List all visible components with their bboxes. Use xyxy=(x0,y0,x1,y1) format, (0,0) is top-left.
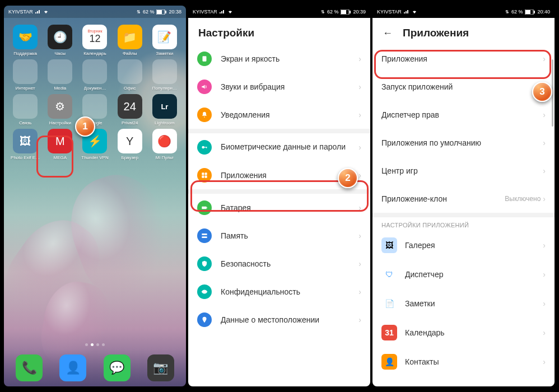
app-glyph[interactable]: 24 xyxy=(118,94,142,119)
dot-active xyxy=(91,343,94,346)
setting-row-bell[interactable]: Уведомления› xyxy=(188,101,370,129)
app-icon-Поддержка[interactable]: 🤝Поддержка xyxy=(8,25,42,56)
row-label: Безопасность xyxy=(221,259,358,268)
app-glyph[interactable] xyxy=(118,59,142,84)
settings-list[interactable]: Экран и яркость›Звуки и вибрация›Уведомл… xyxy=(188,45,370,386)
chevron-right-icon: › xyxy=(358,143,361,152)
app-icon-Media[interactable]: Media xyxy=(43,59,77,91)
app-glyph[interactable]: Y xyxy=(118,129,142,153)
clock: 20:39 xyxy=(353,9,366,15)
clock: 20:40 xyxy=(537,9,550,15)
app-setting-row[interactable]: Диспетчер прав› xyxy=(372,101,555,129)
setting-row-key[interactable]: Биометрические данные и пароли› xyxy=(188,133,370,161)
app-icon-Офис[interactable]: Офис xyxy=(113,59,147,91)
app-row[interactable]: 31Календарь› xyxy=(372,318,555,347)
row-label: Биометрические данные и пароли xyxy=(221,142,358,152)
row-label: Данные о местоположении xyxy=(221,315,358,324)
eye-icon xyxy=(197,284,212,299)
app-icon-Докумен…[interactable]: Докумен… xyxy=(78,59,111,91)
setting-row-shield[interactable]: Безопасность› xyxy=(188,250,370,278)
app-glyph[interactable]: 🔴 xyxy=(152,129,177,153)
app-label: Популярн… xyxy=(152,86,177,91)
apps-list[interactable]: Приложения›Запуск приложений›Диспетчер п… xyxy=(372,45,555,386)
display-icon xyxy=(197,52,212,66)
app-glyph[interactable]: 📁 xyxy=(118,25,142,49)
app-setting-row[interactable]: Приложения по умолчанию› xyxy=(372,129,555,157)
app-glyph[interactable] xyxy=(13,59,38,84)
chevron-right-icon: › xyxy=(543,328,546,337)
setting-row-display[interactable]: Экран и яркость› xyxy=(188,45,370,73)
app-row[interactable]: 👤Контакты› xyxy=(372,347,555,376)
app-glyph[interactable]: Вторник12 xyxy=(82,25,107,49)
row-label: Центр игр xyxy=(381,166,543,175)
app-label: Настройки xyxy=(49,120,71,125)
app-glyph[interactable]: 🤝 xyxy=(13,25,38,49)
app-row[interactable]: 📄Заметки› xyxy=(372,289,555,318)
chevron-right-icon: › xyxy=(358,287,361,296)
app-glyph[interactable] xyxy=(82,59,107,84)
app-label: Поддержка xyxy=(13,51,37,56)
svg-rect-11 xyxy=(205,172,207,175)
app-icon-Privat24[interactable]: 24Privat24 xyxy=(113,94,147,125)
row-label: Диспетчер xyxy=(405,270,543,279)
app-icon-Популярн…[interactable]: Популярн… xyxy=(148,59,181,91)
row-label: Память xyxy=(221,231,358,240)
nfc-icon: ⇅ xyxy=(505,10,509,15)
app-glyph[interactable]: 🖼 xyxy=(13,129,38,153)
storage-icon xyxy=(197,228,212,243)
app-label: Часы xyxy=(55,51,66,56)
app-setting-row[interactable]: Приложение-клонВыключено› xyxy=(372,185,555,213)
location-icon xyxy=(197,312,212,327)
svg-rect-6 xyxy=(203,56,207,61)
app-row[interactable]: 🛡Диспетчер› xyxy=(372,260,555,289)
messages-app[interactable]: 💬 xyxy=(104,354,131,381)
setting-row-storage[interactable]: Память› xyxy=(188,222,370,250)
app-glyph[interactable]: ⚙ xyxy=(48,94,72,119)
status-bar: KYIVSTAR ⇅62 %20:39 xyxy=(188,6,370,18)
app-icon-Связь[interactable]: Связь xyxy=(8,94,42,125)
svg-rect-5 xyxy=(350,11,351,13)
app-glyph[interactable]: 🕘 xyxy=(48,25,72,49)
contacts-app[interactable]: 👤 xyxy=(59,354,86,381)
app-label: Privat24 xyxy=(122,120,138,125)
app-icon-Заметки[interactable]: 📝Заметки xyxy=(148,25,181,56)
app-label: Media xyxy=(54,86,66,91)
app-glyph[interactable] xyxy=(152,59,177,84)
phone-screenshot-1: KYIVSTAR ⇅62 %20:38 🤝Поддержка🕘ЧасыВторн… xyxy=(4,6,186,386)
camera-app[interactable]: 📷 xyxy=(147,354,174,381)
status-bar: KYIVSTAR ⇅62 %20:40 xyxy=(372,6,555,18)
svg-rect-10 xyxy=(202,172,204,175)
home-grid: 🤝Поддержка🕘ЧасыВторник12Календарь📁Файлы📝… xyxy=(4,18,186,160)
app-glyph[interactable]: 📝 xyxy=(152,25,177,49)
setting-row-sound[interactable]: Звуки и вибрация› xyxy=(188,73,370,101)
phone-app[interactable]: 📞 xyxy=(16,354,43,381)
row-label: Запуск приложений xyxy=(381,82,543,91)
app-glyph[interactable] xyxy=(48,59,72,84)
app-row[interactable]: 🖼Галерея› xyxy=(372,231,555,260)
app-icon-Часы[interactable]: 🕘Часы xyxy=(43,25,77,56)
app-setting-row[interactable]: Центр игр› xyxy=(372,157,555,185)
row-label: Приложение-клон xyxy=(381,194,505,203)
setting-row-eye[interactable]: Конфиденциальность› xyxy=(188,278,370,306)
app-glyph[interactable]: Lr xyxy=(152,94,177,119)
back-button[interactable]: ← xyxy=(383,27,393,39)
app-icon-Lightroom[interactable]: LrLightroom xyxy=(148,94,181,125)
app-glyph[interactable] xyxy=(13,94,38,119)
app-icon-Mi Пульт[interactable]: 🔴Mi Пульт xyxy=(148,129,181,160)
app-icon-Браузер[interactable]: YБраузер xyxy=(113,129,147,160)
svg-rect-9 xyxy=(206,147,207,148)
app-icon-Интернет[interactable]: Интернет xyxy=(8,59,42,91)
setting-row-location[interactable]: Данные о местоположении› xyxy=(188,306,370,334)
app-icon-Календарь[interactable]: Вторник12Календарь xyxy=(78,25,111,56)
row-label: Контакты xyxy=(405,357,543,366)
battery-percent: 62 % xyxy=(511,9,523,15)
battery-icon xyxy=(341,10,351,15)
app-icon-Настройки[interactable]: ⚙Настройки xyxy=(43,94,77,125)
svg-rect-21 xyxy=(525,10,530,14)
svg-point-19 xyxy=(204,318,205,319)
wifi-icon xyxy=(227,10,233,14)
app-icon-Файлы[interactable]: 📁Файлы xyxy=(113,25,147,56)
app-glyph[interactable] xyxy=(82,94,107,119)
dot xyxy=(96,343,99,346)
nfc-icon: ⇅ xyxy=(321,10,325,15)
